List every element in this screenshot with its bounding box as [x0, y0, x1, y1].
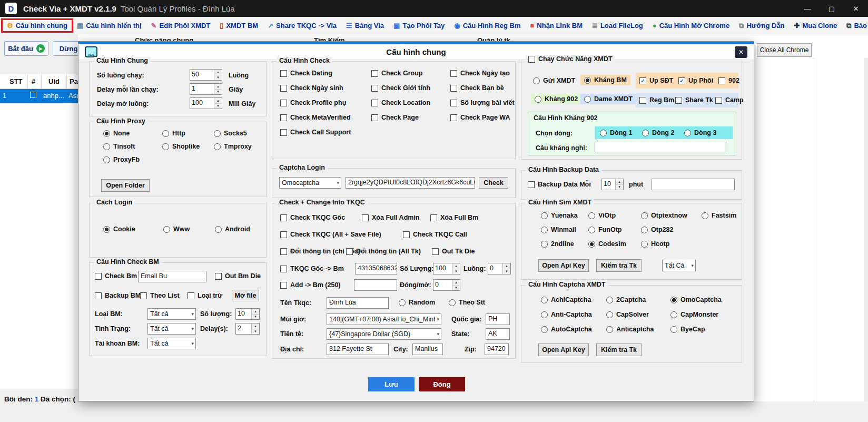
toolbar-item[interactable]: ≣ Load FileLog — [587, 19, 648, 32]
captcha-radio[interactable]: ByeCap — [670, 326, 738, 333]
toolbar-item[interactable]: ▤ Cấu hình hiển thị — [72, 19, 146, 32]
captcha-radio[interactable]: Anticaptcha — [606, 326, 670, 333]
out-bm-die-checkbox[interactable]: Out Bm Die — [215, 272, 261, 280]
table-row[interactable]: 1 anhp... Asu — [0, 89, 78, 103]
start-button[interactable]: Bắt đầu ▶ — [4, 41, 48, 56]
quoc-gia-input[interactable]: PH — [486, 313, 510, 325]
proxy-radio[interactable]: Shoplike — [162, 143, 214, 150]
toolbar-item[interactable]: ⚙ Cấu hình chung — [2, 19, 72, 32]
mo-file-button[interactable]: Mở file — [232, 290, 259, 301]
theo-list-checkbox[interactable]: Theo List — [140, 292, 180, 299]
random-radio[interactable]: Random — [399, 299, 435, 306]
tkqc-option[interactable]: Check TKQC Call — [403, 231, 512, 238]
city-input[interactable]: Manlius — [412, 344, 443, 355]
toolbar-item[interactable]: ▯ XMDT BM — [215, 19, 263, 32]
minimize-button[interactable]: — — [795, 0, 820, 17]
backup-path-input[interactable] — [652, 179, 735, 190]
captcha-open-api-button[interactable]: Open Api Key — [538, 344, 589, 356]
sim-radio[interactable]: FunOtp — [588, 226, 641, 233]
xmdt-check-option[interactable]: 902 — [718, 77, 739, 84]
captcha-kiem-tra-button[interactable]: Kiểm tra Tk — [596, 344, 642, 356]
check-option[interactable]: Số lượng bài viết — [450, 99, 515, 106]
toolbar-item[interactable]: ✚ Mua Clone — [790, 19, 842, 32]
sim-radio[interactable]: Hcotp — [641, 240, 738, 248]
tkqc-option[interactable]: Đổi thông tin (chỉ gốc) — [280, 248, 346, 255]
toolbar-item[interactable]: ⧉ Bảo Clone — [842, 19, 868, 32]
check-option[interactable]: Check Ngày tạo — [450, 70, 515, 77]
scrollbar[interactable] — [864, 58, 868, 401]
tinh-trang-select[interactable]: Tất cả▾ — [147, 323, 196, 335]
khang-bm-radio[interactable]: Kháng BM — [580, 75, 630, 85]
proxy-radio[interactable]: ProxyFb — [103, 156, 162, 163]
state-input[interactable]: AK — [486, 328, 510, 340]
check-option[interactable]: Check Location — [371, 99, 430, 106]
captcha-radio[interactable]: OmoCaptcha — [670, 296, 738, 303]
delay-mo-luong-spinner[interactable]: 100▲▼ — [190, 97, 222, 109]
toolbar-item[interactable]: ⧉ Hướng Dẫn — [734, 19, 789, 32]
check-bm-checkbox[interactable]: Check Bm — [95, 272, 137, 280]
captcha-radio[interactable]: AchiCaptcha — [541, 296, 606, 303]
captcha-radio[interactable]: Anti-Captcha — [541, 311, 606, 318]
xmdt-check-option[interactable]: Reg Bm — [639, 96, 675, 104]
toolbar-item[interactable]: ↗ Share TKQC -> Via — [263, 19, 341, 32]
sim-radio[interactable]: Fastsim — [702, 212, 738, 219]
sim-radio[interactable]: Otp282 — [641, 226, 738, 233]
captcha-radio[interactable]: 2Captcha — [606, 296, 670, 303]
tkqc-option[interactable]: Đổi thông tin (All Tk) — [346, 248, 432, 255]
delay-moi-lan-spinner[interactable]: 1▲▼ — [190, 83, 222, 95]
xmdt-check-option[interactable]: Share Tk — [675, 96, 715, 104]
tai-khoan-bm-select[interactable]: Tất cả▾ — [147, 338, 196, 349]
sim-radio[interactable]: Winmail — [541, 226, 588, 233]
toolbar-item[interactable]: ☰ Bảng Via — [341, 19, 389, 32]
save-button[interactable]: Lưu — [368, 377, 415, 391]
row-checkbox[interactable] — [30, 92, 36, 98]
loai-tru-checkbox[interactable]: Loại trừ — [188, 292, 222, 299]
tkqc-goc-bm-input[interactable]: 4313506863234 — [355, 263, 397, 274]
tkqc-option[interactable]: Xóa Full Bm — [430, 214, 512, 221]
login-radio[interactable]: Www — [163, 225, 215, 233]
delay-spinner[interactable]: 2▲▼ — [235, 323, 260, 335]
toolbar-item[interactable]: ■ Nhận Link BM — [525, 19, 587, 32]
proxy-radio[interactable]: Http — [162, 130, 214, 137]
dong-radio[interactable]: Dòng 2 — [642, 129, 684, 136]
tkqc-option[interactable]: Xóa Full Admin — [362, 214, 430, 221]
close-button[interactable]: ✕ — [844, 0, 868, 17]
dong-radio[interactable]: Dòng 1 — [600, 129, 642, 136]
tien-te-select[interactable]: {47}Singapore Dollar (SGD)▾ — [327, 328, 441, 340]
check-option[interactable]: Check Ngày sinh — [280, 84, 351, 92]
check-option[interactable]: Check Call Support — [280, 129, 351, 136]
sim-open-api-button[interactable]: Open Api Key — [538, 259, 589, 272]
proxy-radio[interactable]: Tinsoft — [103, 143, 162, 150]
toolbar-item[interactable]: ◉ Cấu Hình Reg Bm — [449, 19, 525, 32]
toolbar-item[interactable]: ✎ Edit Phôi XMDT — [146, 19, 215, 32]
so-luong-chay-spinner[interactable]: 50▲▼ — [190, 69, 222, 81]
dia-chi-input[interactable]: 312 Fayette St — [327, 344, 389, 355]
captcha-radio[interactable]: CapMonster — [670, 311, 738, 318]
tkqc-option[interactable]: Out Tk Die — [432, 248, 512, 255]
close-dialog-button[interactable]: Đóng — [419, 377, 465, 391]
add-bm-checkbox[interactable]: Add -> Bm (250) — [280, 281, 341, 289]
sim-radio[interactable]: Codesim — [588, 240, 641, 248]
mui-gio-select[interactable]: 140|(GMT+07:00) Asia/Ho_Chi_Minh▾ — [327, 313, 441, 325]
proxy-radio[interactable]: None — [103, 130, 162, 137]
check-option[interactable]: Check Page — [371, 114, 430, 121]
tkqc-so-luong-spinner[interactable]: 100▲▼ — [433, 263, 460, 274]
dong-mo-spinner[interactable]: 0▲▼ — [433, 279, 460, 291]
ten-tkqc-input[interactable]: Đình Lúa — [327, 297, 389, 309]
check-option[interactable]: Check Profile phụ — [280, 99, 351, 106]
open-folder-button[interactable]: Open Folder — [101, 179, 150, 192]
dong-radio[interactable]: Dòng 3 — [684, 129, 733, 136]
toolbar-item[interactable]: ● Cấu Hình Mở Chrome — [648, 19, 734, 32]
xmdt-check-option[interactable]: Camp — [715, 96, 744, 104]
zip-input[interactable]: 94720 — [485, 344, 509, 355]
proxy-radio[interactable]: Socks5 — [214, 130, 256, 137]
check-option[interactable]: Check Giới tính — [371, 84, 430, 92]
gui-xmdt-radio[interactable]: Gửi XMDT — [533, 77, 575, 84]
check-option[interactable]: Check Page WA — [450, 114, 515, 121]
captcha-api-key-input[interactable]: 2rgqje2yQDPtUI0c8LOIQDj2Xcrtz6Gk6cuLCRpc — [346, 177, 475, 189]
backup-bm-checkbox[interactable]: Backup BM — [95, 292, 141, 299]
backup-data-checkbox[interactable]: Backup Data Mỗi — [528, 181, 591, 188]
theo-stt-radio[interactable]: Theo Stt — [449, 299, 485, 306]
khang-nghi-input[interactable] — [595, 142, 725, 152]
loai-bm-select[interactable]: Tất cả▾ — [147, 308, 196, 320]
